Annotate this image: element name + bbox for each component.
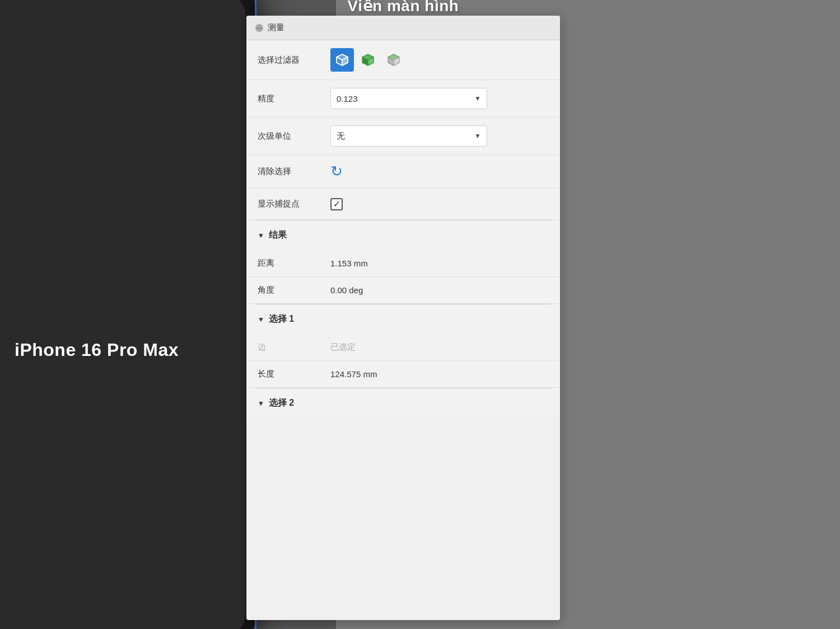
selection2-section-header: ▼ 选择 2 (246, 388, 560, 418)
filter-icon-1[interactable] (330, 48, 354, 72)
distance-row: 距离 1.153 mm (246, 250, 560, 277)
clear-selection-value: ↺ (330, 163, 549, 180)
distance-label: 距离 (258, 258, 330, 269)
filter-icon-3[interactable] (382, 48, 405, 72)
results-section-header: ▼ 结果 (246, 220, 560, 250)
checkmark-icon: ✓ (333, 200, 340, 209)
selection2-section-title: 选择 2 (269, 397, 294, 409)
phone-body (0, 0, 258, 629)
selection1-section-header: ▼ 选择 1 (246, 304, 560, 334)
filter-value (330, 48, 549, 72)
selection2-arrow-icon: ▼ (258, 400, 264, 407)
selection1-arrow-icon: ▼ (258, 316, 264, 323)
sub-unit-value: 无 ▼ (330, 125, 549, 147)
filter-icons (330, 48, 405, 72)
selection1-section-title: 选择 1 (269, 313, 294, 325)
angle-value: 0.00 deg (330, 285, 363, 295)
panel-title: 测量 (268, 22, 284, 33)
page-title: Viền màn hình (348, 0, 459, 15)
sub-unit-dropdown[interactable]: 无 ▼ (330, 125, 487, 147)
edge-value: 已选定 (330, 342, 356, 353)
precision-value: 0.123 ▼ (330, 88, 549, 109)
length-value: 124.575 mm (330, 369, 377, 379)
clear-selection-label: 清除选择 (258, 166, 330, 177)
length-label: 长度 (258, 369, 330, 379)
filter-row: 选择过滤器 (246, 40, 560, 80)
length-row: 长度 124.575 mm (246, 361, 560, 388)
measurement-panel: — 测量 选择过滤器 (246, 16, 560, 620)
angle-label: 角度 (258, 285, 330, 295)
cube-icon-1 (334, 52, 350, 68)
minimize-button[interactable]: — (255, 24, 263, 32)
distance-value: 1.153 mm (330, 259, 368, 268)
precision-dropdown-arrow: ▼ (474, 95, 481, 102)
show-snap-checkbox[interactable]: ✓ (330, 198, 343, 210)
show-snap-row: 显示捕捉点 ✓ (246, 189, 560, 220)
panel-header: — 测量 (246, 16, 560, 40)
results-section-title: 结果 (269, 229, 287, 241)
filter-icon-2[interactable] (356, 48, 380, 72)
reset-icon[interactable]: ↺ (330, 163, 343, 180)
phone-label: iPhone 16 Pro Max (15, 340, 179, 360)
results-arrow-icon: ▼ (258, 232, 264, 240)
angle-row: 角度 0.00 deg (246, 277, 560, 304)
sub-unit-label: 次级单位 (258, 131, 330, 142)
filter-label: 选择过滤器 (258, 55, 330, 65)
precision-dropdown[interactable]: 0.123 ▼ (330, 88, 487, 109)
clear-selection-row: 清除选择 ↺ (246, 155, 560, 189)
phone-screen (0, 0, 246, 629)
sub-unit-row: 次级单位 无 ▼ (246, 118, 560, 155)
precision-row: 精度 0.123 ▼ (246, 80, 560, 118)
cube-icon-2 (360, 52, 376, 68)
cube-icon-3 (386, 52, 402, 68)
panel-content: 选择过滤器 (246, 40, 560, 418)
edge-row: 边 已选定 (246, 334, 560, 361)
precision-label: 精度 (258, 93, 330, 104)
sub-unit-dropdown-arrow: ▼ (474, 132, 481, 140)
show-snap-label: 显示捕捉点 (258, 199, 330, 209)
edge-label: 边 (258, 342, 330, 353)
show-snap-value: ✓ (330, 198, 549, 210)
